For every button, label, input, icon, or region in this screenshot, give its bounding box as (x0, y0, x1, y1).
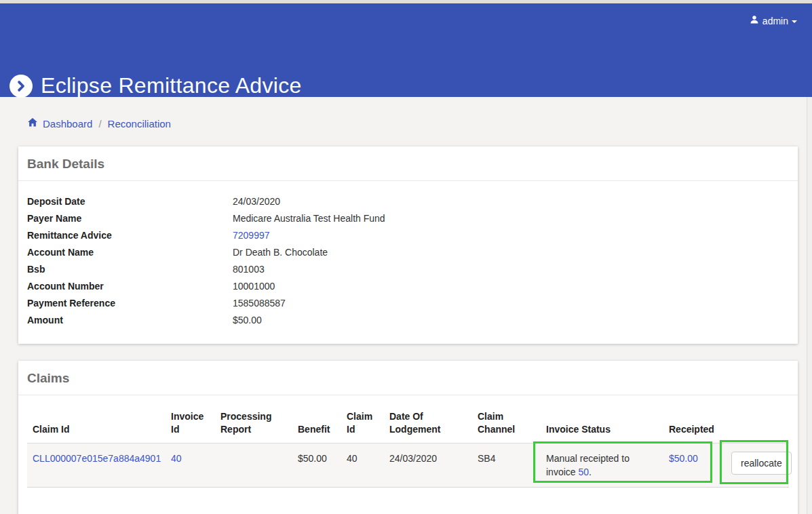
col-header-invoice-id: Invoice Id (166, 404, 215, 443)
detail-value: 10001000 (233, 278, 275, 295)
user-menu-dropdown[interactable]: admin (750, 15, 797, 26)
claims-header-row: Claim Id Invoice Id Processing Report Be… (27, 404, 789, 443)
detail-value: Dr Death B. Chocolate (233, 244, 328, 261)
home-icon (27, 117, 43, 130)
detail-row-remittance-advice: Remittance Advice 7209997 (27, 227, 789, 244)
cell-receipted: $50.00 (663, 443, 718, 487)
cell-claim-id-2: 40 (341, 443, 384, 487)
page-content: Dashboard / Reconciliation Bank Details … (0, 97, 812, 514)
detail-label: Account Number (27, 278, 233, 295)
claims-heading: Claims (18, 361, 798, 395)
bank-details-body: Deposit Date 24/03/2020 Payer Name Medic… (18, 181, 798, 344)
col-header-claim-id-2: Claim Id (341, 404, 384, 443)
detail-label: Remittance Advice (27, 227, 233, 244)
cell-claim-channel: SB4 (472, 443, 541, 487)
bank-details-panel: Bank Details Deposit Date 24/03/2020 Pay… (18, 146, 798, 344)
cell-invoice-id: 40 (166, 443, 215, 487)
detail-row-payment-reference: Payment Reference 1585088587 (27, 295, 789, 312)
col-header-receipted: Receipted (663, 404, 718, 443)
detail-value: 1585088587 (233, 295, 286, 312)
brand: Eclipse Remittance Advice (9, 59, 302, 113)
detail-label: Bsb (27, 261, 233, 278)
app-header: admin Eclipse Remittance Advice (0, 3, 812, 97)
col-header-processing-report: Processing Report (215, 404, 292, 443)
invoice-id-link[interactable]: 40 (171, 453, 182, 464)
claims-body: Claim Id Invoice Id Processing Report Be… (18, 395, 798, 514)
claims-table-wrap: Claim Id Invoice Id Processing Report Be… (27, 404, 789, 488)
col-header-claim-id: Claim Id (27, 404, 166, 443)
detail-row-amount: Amount $50.00 (27, 312, 789, 329)
claims-table: Claim Id Invoice Id Processing Report Be… (27, 404, 789, 488)
col-header-claim-channel: Claim Channel (472, 404, 541, 443)
breadcrumb-label: Dashboard (43, 118, 92, 130)
claim-id-link[interactable]: CLL000007e015e7a884a4901 (33, 453, 161, 464)
detail-label: Payment Reference (27, 295, 233, 312)
cell-benefit: $50.00 (292, 443, 341, 487)
detail-label: Amount (27, 312, 233, 329)
detail-row-deposit-date: Deposit Date 24/03/2020 (27, 193, 789, 210)
breadcrumb-link-dashboard[interactable]: Dashboard (27, 117, 92, 130)
breadcrumb-separator: / (98, 118, 101, 130)
cell-actions: reallocate (718, 443, 789, 487)
claim-row: CLL000007e015e7a884a4901 40 $50.00 40 24… (27, 443, 789, 487)
col-header-benefit: Benefit (292, 404, 341, 443)
detail-label: Account Name (27, 244, 233, 261)
cell-date-of-lodgement: 24/03/2020 (384, 443, 472, 487)
detail-label: Deposit Date (27, 193, 233, 210)
caret-down-icon (792, 20, 797, 23)
cell-invoice-status: Manual receipted to invoice 50. (541, 443, 663, 487)
breadcrumb-label: Reconciliation (108, 118, 171, 130)
detail-row-bsb: Bsb 801003 (27, 261, 789, 278)
person-icon (750, 15, 762, 26)
detail-row-account-number: Account Number 10001000 (27, 278, 789, 295)
remittance-advice-link[interactable]: 7209997 (233, 227, 270, 244)
detail-row-payer-name: Payer Name Medicare Australia Test Healt… (27, 210, 789, 227)
detail-label: Payer Name (27, 210, 233, 227)
detail-value: $50.00 (233, 312, 262, 329)
col-header-actions (718, 404, 789, 443)
user-menu-label: admin (762, 16, 788, 26)
page-title: Eclipse Remittance Advice (41, 73, 302, 98)
invoice-status-text: . (589, 467, 592, 477)
breadcrumb-link-reconciliation[interactable]: Reconciliation (108, 118, 171, 130)
invoice-status-invoice-link[interactable]: 50 (578, 467, 589, 477)
reallocate-button[interactable]: reallocate (731, 452, 792, 475)
detail-value: 24/03/2020 (233, 193, 280, 210)
detail-row-account-name: Account Name Dr Death B. Chocolate (27, 244, 789, 261)
detail-value: Medicare Australia Test Health Fund (233, 210, 385, 227)
cell-claim-id: CLL000007e015e7a884a4901 (27, 443, 166, 487)
scrollbar-track[interactable] (807, 97, 812, 514)
chevron-right-circle-icon (9, 75, 33, 98)
bank-details-heading: Bank Details (18, 146, 798, 181)
receipted-amount-link[interactable]: $50.00 (669, 453, 698, 464)
claims-panel: Claims Claim Id Invoice Id Processing R (18, 361, 798, 514)
detail-value: 801003 (233, 261, 265, 278)
cell-processing-report (215, 443, 292, 487)
col-header-date-of-lodgement: Date Of Lodgement (384, 404, 472, 443)
col-header-invoice-status: Invoice Status (541, 404, 663, 443)
